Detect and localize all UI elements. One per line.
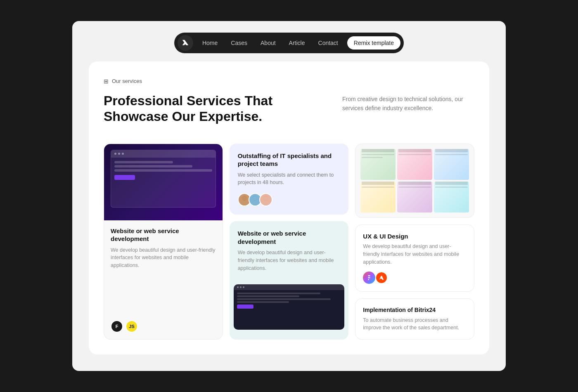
card-bottom-body: Website or web service development We de… — [230, 221, 349, 284]
card-body-web-dev: Website or web service development We de… — [104, 220, 223, 320]
svg-point-7 — [262, 201, 270, 206]
dot-1 — [114, 153, 116, 155]
screenshot-4 — [360, 182, 396, 213]
brand-logo[interactable] — [178, 35, 193, 51]
mockup-browser — [111, 150, 216, 208]
mini-line-6 — [398, 187, 431, 188]
screenshot-2 — [397, 149, 432, 180]
mini-bar-5 — [398, 182, 431, 185]
card-desc-ux-ui: We develop beautiful design and user-fri… — [363, 243, 467, 266]
section-header: Professional Services That Showcase Our … — [104, 93, 474, 131]
card-outstaffing: Outstaffing of IT specialists and projec… — [230, 144, 349, 215]
tag-js: JS — [126, 320, 138, 333]
mockup-browser-bar — [111, 150, 216, 158]
svg-point-8 — [263, 196, 268, 201]
mini-bar-3 — [435, 149, 468, 152]
nav-container: Home Cases About Article Contact Remix t… — [174, 33, 404, 53]
card-title-outstaffing: Outstaffing of IT specialists and projec… — [238, 152, 341, 168]
svg-point-4 — [251, 201, 259, 206]
screenshot-1 — [360, 149, 396, 180]
card-desc-outstaffing: We select specialists and connect them t… — [238, 171, 341, 187]
dark-line-3 — [237, 298, 331, 300]
screenshot-6 — [434, 182, 469, 213]
card-desc-web-dev-2: We develop beautiful design and user-fri… — [238, 249, 341, 272]
services-icon: ⊞ — [104, 78, 109, 85]
screenshot-3 — [434, 149, 469, 180]
mini-bar-4 — [362, 182, 394, 185]
mini-line-7 — [435, 187, 468, 188]
section-label: ⊞ Our services — [104, 78, 474, 85]
dark-line-4 — [237, 301, 289, 303]
card-title-ux-ui: UX & UI Design — [363, 232, 467, 241]
tool-adobe-icon — [375, 272, 388, 284]
tool-figma-icon — [363, 272, 375, 284]
mini-line-3 — [398, 154, 431, 155]
dark-line-1 — [237, 293, 320, 294]
mini-line-5 — [362, 187, 394, 188]
dot-sm-1 — [237, 286, 239, 288]
card-desc-web-dev: We develop beautiful design and user-fri… — [111, 246, 216, 269]
svg-point-2 — [242, 196, 246, 201]
mini-line-4 — [435, 154, 468, 155]
navbar: Home Cases About Article Contact Remix t… — [72, 21, 506, 61]
mini-line-2 — [362, 157, 383, 158]
design-tools — [363, 272, 467, 284]
screenshots-mosaic — [355, 144, 474, 217]
remix-template-button[interactable]: Remix template — [347, 36, 400, 50]
svg-point-5 — [253, 196, 257, 201]
card-tags-web-dev: F JS — [104, 320, 223, 339]
section-title: Professional Services That Showcase Our … — [104, 93, 277, 125]
dot-2 — [118, 153, 120, 155]
dot-3 — [122, 153, 124, 155]
card-ux-ui: UX & UI Design We develop beautiful desi… — [355, 224, 474, 292]
card-bottom-image — [234, 284, 345, 334]
dot-sm-2 — [240, 286, 242, 288]
section-description: From creative design to technical soluti… — [342, 93, 474, 113]
mockup-line-1 — [114, 161, 173, 163]
mockup-dark — [234, 284, 345, 330]
tag-figma: F — [111, 320, 123, 333]
card-bitrix: Implementation of Bitrix24 To automate b… — [355, 298, 474, 340]
card-desc-bitrix: To automate business processes and impro… — [363, 316, 467, 332]
avatar-3 — [259, 193, 272, 206]
section-label-text: Our services — [112, 78, 142, 84]
dark-cta — [237, 305, 253, 309]
card-web-dev-2: Website or web service development We de… — [230, 221, 349, 340]
nav-link-article[interactable]: Article — [283, 36, 311, 50]
card-title-bitrix: Implementation of Bitrix24 — [363, 306, 467, 314]
card-screenshots — [355, 144, 474, 218]
mini-bar-1 — [362, 149, 394, 152]
card-image-dark — [104, 144, 223, 220]
mockup-dark-content — [234, 290, 345, 311]
avatars-group — [238, 193, 341, 206]
mini-line-1 — [362, 154, 394, 155]
card-middle-column: Outstaffing of IT specialists and projec… — [230, 144, 349, 340]
mockup-line-3 — [114, 169, 212, 172]
nav-link-home[interactable]: Home — [197, 36, 223, 50]
mockup-cta — [114, 175, 135, 180]
dot-sm-3 — [243, 286, 244, 288]
card-web-dev: Website or web service development We de… — [104, 144, 223, 340]
main-content: ⊞ Our services Professional Services Tha… — [72, 61, 506, 371]
mini-bar-6 — [435, 182, 468, 185]
mockup-dark-bar — [234, 284, 345, 290]
services-section: ⊞ Our services Professional Services Tha… — [89, 61, 489, 354]
svg-point-1 — [241, 201, 248, 206]
nav-link-about[interactable]: About — [255, 36, 282, 50]
mockup-content — [111, 158, 216, 183]
cards-grid: Website or web service development We de… — [104, 144, 474, 340]
nav-link-contact[interactable]: Contact — [313, 36, 344, 50]
dark-line-2 — [237, 295, 300, 297]
mini-bar-2 — [398, 149, 431, 152]
nav-link-cases[interactable]: Cases — [225, 36, 253, 50]
card-title-web-dev: Website or web service development — [111, 227, 216, 243]
screenshot-5 — [397, 182, 432, 213]
mockup-line-2 — [114, 165, 192, 168]
browser-window: Home Cases About Article Contact Remix t… — [72, 21, 506, 371]
card-right-column: UX & UI Design We develop beautiful desi… — [355, 144, 474, 340]
card-title-web-dev-2: Website or web service development — [238, 229, 341, 246]
